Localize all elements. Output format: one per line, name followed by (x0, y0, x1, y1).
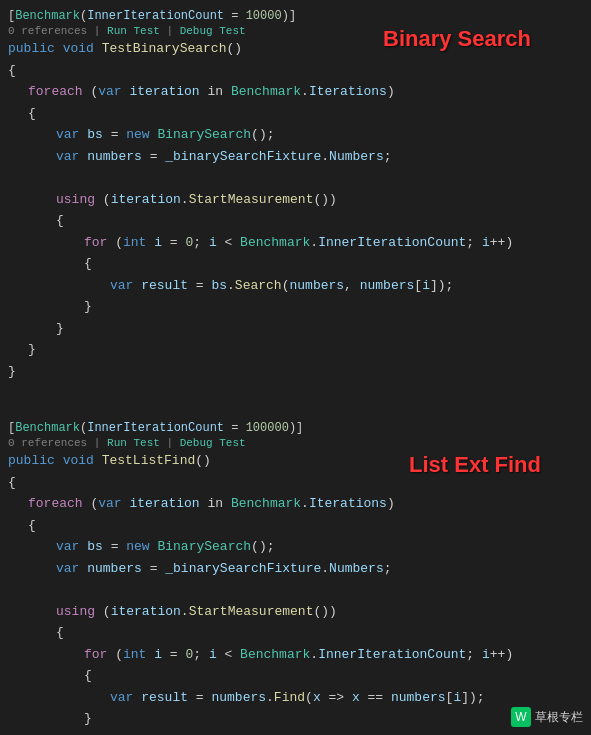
watermark: W 草根专栏 (511, 707, 583, 727)
code-line: { (0, 515, 591, 537)
code-line: { (0, 103, 591, 125)
code-line: } (0, 339, 591, 361)
code-line (0, 579, 591, 601)
code-line: for (int i = 0; i < Benchmark.InnerItera… (0, 644, 591, 666)
code-line: } (0, 361, 591, 383)
bottom-code-panel: [Benchmark(InnerIterationCount = 100000)… (0, 410, 591, 735)
code-line: var numbers = _binarySearchFixture.Numbe… (0, 558, 591, 580)
code-line: for (int i = 0; i < Benchmark.InnerItera… (0, 232, 591, 254)
code-line (0, 167, 591, 189)
code-line: { (0, 210, 591, 232)
bottom-method-signature: public void TestListFind() (0, 450, 591, 472)
bottom-attribute-line: [Benchmark(InnerIterationCount = 100000)… (0, 420, 591, 436)
code-line: var bs = new BinarySearch(); (0, 536, 591, 558)
code-line: { (0, 665, 591, 687)
top-method-signature: public void TestBinarySearch() (0, 38, 591, 60)
code-line: { (0, 622, 591, 644)
bottom-refs-line: 0 references | Run Test | Debug Test (0, 436, 591, 450)
code-line: { (0, 60, 591, 82)
code-line: var result = numbers.Find(x => x == numb… (0, 687, 591, 709)
top-code-panel: [Benchmark(InnerIterationCount = 10000)]… (0, 0, 591, 392)
code-line: } (0, 730, 591, 736)
code-divider (0, 392, 591, 410)
code-line: { (0, 472, 591, 494)
code-line: } (0, 296, 591, 318)
wechat-icon: W (511, 707, 531, 727)
watermark-text: 草根专栏 (535, 709, 583, 726)
code-line: foreach (var iteration in Benchmark.Iter… (0, 81, 591, 103)
code-line: foreach (var iteration in Benchmark.Iter… (0, 493, 591, 515)
top-refs-line: 0 references | Run Test | Debug Test (0, 24, 591, 38)
top-attribute-line: [Benchmark(InnerIterationCount = 10000)] (0, 8, 591, 24)
code-line: var bs = new BinarySearch(); (0, 124, 591, 146)
code-line: } (0, 318, 591, 340)
code-line: var result = bs.Search(numbers, numbers[… (0, 275, 591, 297)
code-line: } (0, 708, 591, 730)
code-line: var numbers = _binarySearchFixture.Numbe… (0, 146, 591, 168)
code-line: using (iteration.StartMeasurement()) (0, 601, 591, 623)
code-line: using (iteration.StartMeasurement()) (0, 189, 591, 211)
code-line: { (0, 253, 591, 275)
